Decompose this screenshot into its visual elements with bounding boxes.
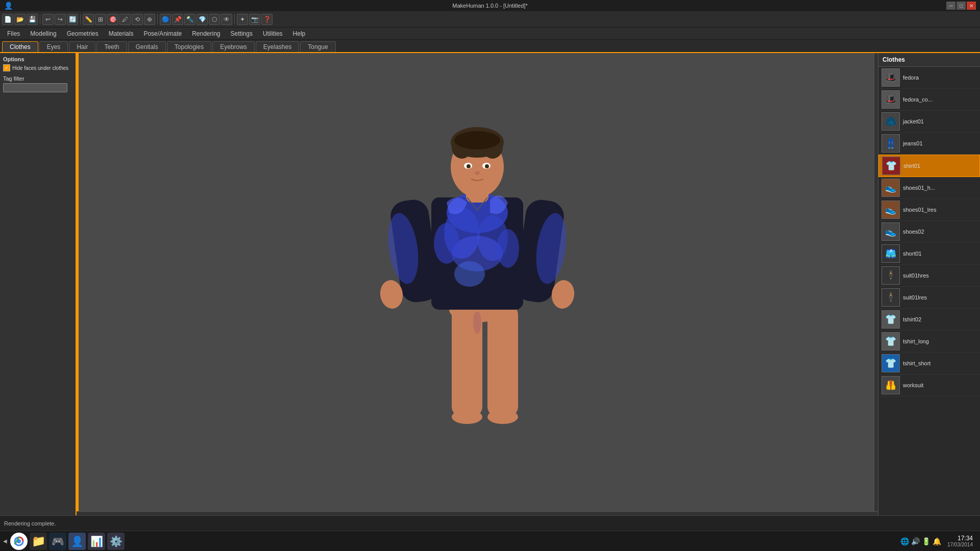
viewport[interactable] (77, 53, 878, 515)
clothes-item-tshirt_short[interactable]: 👕tshirt_short (878, 353, 980, 374)
clothes-item-shoes01_h[interactable]: 👟shoes01_h... (878, 177, 980, 199)
toolbar-target[interactable]: 🎯 (107, 14, 118, 25)
menu-utilities[interactable]: Utilities (258, 29, 288, 38)
app-icon: 👤 (4, 2, 13, 10)
clothes-thumb-suit01lres: 🕴 (881, 288, 900, 307)
taskbar-app6[interactable]: ⚙️ (107, 533, 125, 550)
clothes-thumb-short01: 🩳 (881, 244, 900, 263)
menu-files[interactable]: Files (2, 29, 25, 38)
viewport-left-border (77, 53, 79, 515)
tray-volume[interactable]: 🔊 (911, 537, 920, 545)
toolbar-open[interactable]: 📂 (14, 14, 26, 25)
clothes-item-shoes01_lres[interactable]: 👟shoes01_lres (878, 199, 980, 221)
tab-topologies[interactable]: Topologies (167, 41, 211, 52)
clothes-label-jeans01: jeans01 (903, 140, 923, 146)
viewport-scrollbar-v[interactable] (874, 53, 878, 515)
clothes-item-suit01lres[interactable]: 🕴suit01lres (878, 287, 980, 309)
toolbar-sep2 (80, 14, 81, 24)
tab-genitals[interactable]: Genitals (128, 41, 166, 52)
hide-faces-row[interactable]: ✓ Hide faces under clothes (3, 64, 72, 71)
toolbar-pen[interactable]: 🖊 (119, 14, 131, 25)
clothes-thumb-fedora: 🎩 (881, 68, 900, 87)
clothes-item-fedora[interactable]: 🎩fedora (878, 67, 980, 89)
toolbar-shape[interactable]: 🔵 (160, 14, 171, 25)
hide-faces-checkbox[interactable]: ✓ (3, 64, 10, 71)
clothes-label-suit01hres: suit01hres (903, 272, 929, 279)
menu-rendering[interactable]: Rendering (187, 29, 225, 38)
toolbar-add[interactable]: ⊕ (144, 14, 155, 25)
clothes-item-shoes02[interactable]: 👟shoes02 (878, 221, 980, 243)
tabs: Clothes Eyes Hair Teeth Genitals Topolog… (0, 40, 980, 53)
clothes-item-jeans01[interactable]: 👖jeans01 (878, 133, 980, 155)
clothes-label-suit01lres: suit01lres (903, 294, 927, 300)
toolbar-edit[interactable]: ✏️ (83, 14, 94, 25)
toolbar-redo[interactable]: ↪ (55, 14, 66, 25)
figure-container (360, 111, 595, 458)
maximize-button[interactable]: □ (957, 2, 966, 10)
clothes-item-tshirt02[interactable]: 👕tshirt02 (878, 309, 980, 331)
clothes-item-short01[interactable]: 🩳short01 (878, 243, 980, 265)
toolbar-rotate[interactable]: ⟲ (132, 14, 143, 25)
tab-eyebrows[interactable]: Eyebrows (212, 41, 255, 52)
menu-geometries[interactable]: Geometries (62, 29, 104, 38)
svg-point-25 (454, 131, 500, 149)
clothes-label-tshirt02: tshirt02 (903, 316, 921, 322)
svg-point-30 (475, 171, 480, 175)
figure-svg (360, 111, 595, 458)
tab-teeth[interactable]: Teeth (96, 41, 127, 52)
options-title: Options (3, 56, 72, 62)
taskbar-date: 17/03/2014 (947, 542, 973, 547)
taskbar-files[interactable]: 📁 (30, 533, 47, 550)
menu-materials[interactable]: Materials (104, 29, 139, 38)
tray-expand[interactable]: ◀ (3, 538, 7, 544)
toolbar-star[interactable]: ✦ (237, 14, 248, 25)
svg-point-28 (467, 164, 471, 168)
menu-settings[interactable]: Settings (226, 29, 258, 38)
minimize-button[interactable]: ─ (946, 2, 955, 10)
svg-point-31 (473, 311, 481, 334)
menu-help[interactable]: Help (288, 29, 311, 38)
clothes-item-worksuit[interactable]: 🦺worksuit (878, 374, 980, 396)
menu-modelling[interactable]: Modelling (25, 29, 61, 38)
tray-battery[interactable]: 🔋 (922, 537, 930, 545)
toolbar-new[interactable]: 📄 (2, 14, 13, 25)
toolbar-hex[interactable]: ⬡ (209, 14, 220, 25)
taskbar-chrome[interactable] (10, 533, 28, 550)
tag-filter-label: Tag filter (3, 76, 72, 82)
tray-network[interactable]: 🌐 (900, 537, 909, 545)
clothes-item-suit01hres[interactable]: 🕴suit01hres (878, 265, 980, 287)
taskbar-steam[interactable]: 🎮 (49, 533, 66, 550)
taskbar-tray: 🌐 🔊 🔋 🔔 17:34 17/03/2014 (900, 535, 977, 547)
toolbar-light[interactable]: 🔦 (184, 14, 195, 25)
toolbar-refresh[interactable]: 🔄 (67, 14, 78, 25)
tab-eyelashes[interactable]: Eyelashes (256, 41, 299, 52)
tab-hair[interactable]: Hair (69, 41, 95, 52)
toolbar-grid[interactable]: ⊞ (95, 14, 106, 25)
taskbar-app5[interactable]: 📊 (88, 533, 105, 550)
clothes-thumb-tshirt_long: 👕 (881, 332, 900, 350)
tag-filter-input[interactable] (3, 83, 67, 92)
tab-clothes[interactable]: Clothes (2, 41, 38, 52)
toolbar-pin[interactable]: 📌 (172, 14, 183, 25)
toolbar-camera[interactable]: 📷 (249, 14, 260, 25)
clothes-item-jacket01[interactable]: 🧥jacket01 (878, 111, 980, 133)
close-button[interactable]: ✕ (967, 2, 976, 10)
clothes-item-tshirt_long[interactable]: 👕tshirt_long (878, 331, 980, 353)
viewport-scrollbar-h[interactable] (77, 511, 878, 515)
toolbar-undo[interactable]: ↩ (42, 14, 54, 25)
clothes-label-short01: short01 (903, 251, 922, 257)
tab-eyes[interactable]: Eyes (39, 41, 68, 52)
taskbar-makehuman[interactable]: 👤 (68, 533, 86, 550)
tray-notifications[interactable]: 🔔 (933, 537, 941, 545)
menu-pose-animate[interactable]: Pose/Animate (138, 29, 187, 38)
toolbar-eye[interactable]: 👁 (221, 14, 232, 25)
clothes-item-fedora_co[interactable]: 🎩fedora_co... (878, 89, 980, 111)
toolbar-diamond[interactable]: 💎 (197, 14, 208, 25)
clothes-item-shirt01[interactable]: 👕shirt01 (878, 155, 980, 177)
right-panel-title: Clothes (878, 53, 980, 67)
toolbar-help[interactable]: ❓ (261, 14, 273, 25)
toolbar-save[interactable]: 💾 (27, 14, 38, 25)
svg-point-4 (487, 410, 518, 424)
toolbar-sep4 (234, 14, 235, 24)
tab-tongue[interactable]: Tongue (300, 41, 335, 52)
